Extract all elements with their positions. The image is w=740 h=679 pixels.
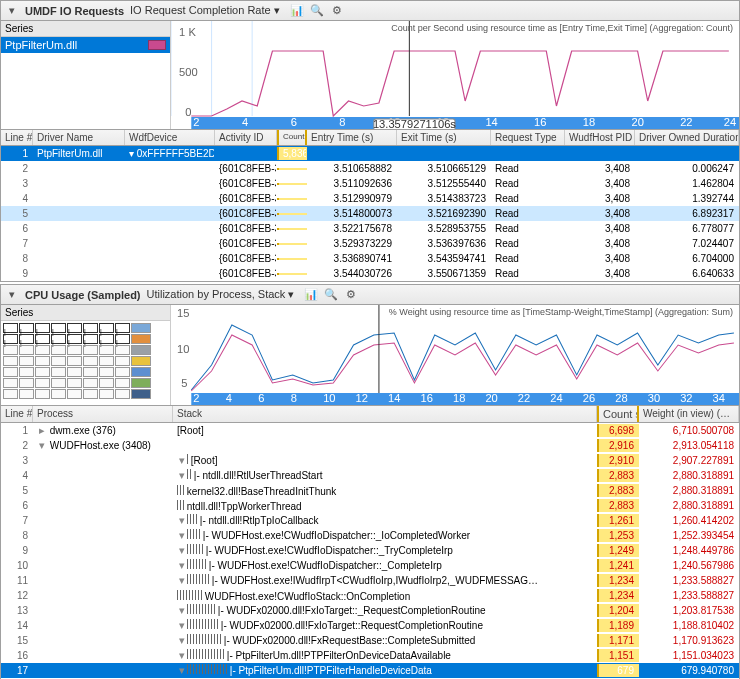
table-row[interactable]: 12 WUDFHost.exe!CWudfIoStack::OnCompleti… xyxy=(1,588,739,603)
table-row[interactable]: 11▾ |- WUDFHost.exe!IWudfIrpT<CWudfIoIrp… xyxy=(1,573,739,588)
series-toggle[interactable] xyxy=(51,389,66,399)
series-toggle[interactable]: | xyxy=(3,334,18,344)
series-toggle[interactable]: | xyxy=(51,334,66,344)
series-toggle[interactable] xyxy=(35,378,50,388)
expander-icon[interactable]: ▾ xyxy=(177,469,187,482)
table-row[interactable]: 4{601C8FEB-3A8E-0…3.5129909793.514383723… xyxy=(1,191,739,206)
series-toggle[interactable]: | xyxy=(115,334,130,344)
expander-icon[interactable]: ▾ xyxy=(177,634,187,647)
series-toggle[interactable] xyxy=(99,389,114,399)
th-driver[interactable]: Driver Name xyxy=(33,130,125,145)
series-toggle[interactable] xyxy=(19,389,34,399)
table-row[interactable]: 3{601C8FEB-3A8E-0…3.5110926363.512555440… xyxy=(1,176,739,191)
series-toggle[interactable] xyxy=(51,378,66,388)
table-row[interactable]: 9▾ |- WUDFHost.exe!CWudfIoDispatcher::_T… xyxy=(1,543,739,558)
series-toggle[interactable] xyxy=(99,345,114,355)
series-toggle[interactable] xyxy=(83,389,98,399)
expander-icon[interactable]: ▸ xyxy=(37,424,47,437)
table-row[interactable]: 5 kernel32.dll!BaseThreadInitThunk2,8832… xyxy=(1,483,739,498)
series-toggle[interactable] xyxy=(83,378,98,388)
table-row[interactable]: 1▸ dwm.exe (376)[Root]6,6986,710.500708 xyxy=(1,423,739,438)
series-toggle[interactable]: | xyxy=(99,334,114,344)
panel1-subtitle[interactable]: IO Request Completion Rate ▾ xyxy=(130,4,280,17)
series-toggle[interactable]: | xyxy=(19,334,34,344)
expander-icon[interactable]: ▾ xyxy=(177,574,187,587)
series-toggle[interactable] xyxy=(51,367,66,377)
series-toggle[interactable] xyxy=(67,389,82,399)
series-toggle[interactable] xyxy=(67,367,82,377)
th-line[interactable]: Line # xyxy=(1,130,33,145)
series-toggle[interactable] xyxy=(3,367,18,377)
table-row[interactable]: 2{601C8FEB-3A8E-0…3.5106588823.510665129… xyxy=(1,161,739,176)
table-row[interactable]: 1PtpFilterUm.dll▾ 0xFFFFFF5BE2DFB…5,836 xyxy=(1,146,739,161)
series-toggle[interactable]: | xyxy=(19,323,34,333)
series-toggle[interactable]: | xyxy=(67,334,82,344)
th-activity[interactable]: Activity ID xyxy=(215,130,277,145)
th-pid[interactable]: WudfHost PID xyxy=(565,130,635,145)
series-toggle[interactable] xyxy=(67,356,82,366)
series-toggle[interactable] xyxy=(67,345,82,355)
series-toggle[interactable] xyxy=(35,389,50,399)
expander-icon[interactable]: ▾ xyxy=(177,559,187,572)
th-weight[interactable]: Weight (in view) (… xyxy=(639,406,739,422)
table-row[interactable]: 2▾ WUDFHost.exe (3408)2,9162,913.054118 xyxy=(1,438,739,453)
table-row[interactable]: 6 ntdll.dll!TppWorkerThread2,8832,880.31… xyxy=(1,498,739,513)
series-toggle[interactable] xyxy=(99,367,114,377)
series-toggle[interactable] xyxy=(19,367,34,377)
series-toggle[interactable]: | xyxy=(35,323,50,333)
series-toggle[interactable] xyxy=(3,389,18,399)
table-row[interactable]: 4▾ |- ntdll.dll!RtlUserThreadStart2,8832… xyxy=(1,468,739,483)
series-toggle[interactable] xyxy=(99,356,114,366)
expander-icon[interactable]: ▾ xyxy=(177,664,187,677)
th-entry[interactable]: Entry Time (s) xyxy=(307,130,397,145)
series-toggle[interactable]: | xyxy=(3,323,18,333)
series-toggle[interactable] xyxy=(19,378,34,388)
series-toggle[interactable]: | xyxy=(35,334,50,344)
table-row[interactable]: 8{601C8FEB-3A8E-0…3.5368907413.543594741… xyxy=(1,251,739,266)
th-dur[interactable]: Driver Owned Duration (ms) xyxy=(635,130,739,145)
th-line[interactable]: Line # xyxy=(1,406,33,422)
series-toggle[interactable] xyxy=(83,356,98,366)
expander-icon[interactable]: ▾ xyxy=(177,529,187,542)
table-row[interactable]: 13▾ |- WUDFx02000.dll!FxIoTarget::_Reque… xyxy=(1,603,739,618)
series-toggle[interactable] xyxy=(115,345,130,355)
series-toggle[interactable] xyxy=(3,356,18,366)
collapse-icon[interactable]: ▾ xyxy=(5,288,19,302)
series-toggle[interactable] xyxy=(51,356,66,366)
series-toggle[interactable]: | xyxy=(51,323,66,333)
th-count[interactable]: Count xyxy=(277,130,307,145)
table-row[interactable]: 7▾ |- ntdll.dll!RtlpTpIoCallback1,2611,2… xyxy=(1,513,739,528)
series-toggle[interactable] xyxy=(19,345,34,355)
expander-icon[interactable]: ▾ xyxy=(177,604,187,617)
series-toggle[interactable] xyxy=(19,356,34,366)
panel2-subtitle[interactable]: Utilization by Process, Stack ▾ xyxy=(147,288,295,301)
series-toggle[interactable] xyxy=(35,345,50,355)
series-toggle[interactable] xyxy=(99,378,114,388)
table-row[interactable]: 5{601C8FEB-3A8E-0…3.5148000733.521692390… xyxy=(1,206,739,221)
table-row[interactable]: 6{601C8FEB-3A8E-0…3.5221756783.528953755… xyxy=(1,221,739,236)
series-toggle[interactable] xyxy=(115,389,130,399)
gear-icon[interactable]: ⚙ xyxy=(344,288,358,302)
th-count[interactable]: Count Sum xyxy=(597,406,639,422)
series-toggle[interactable]: | xyxy=(99,323,114,333)
expander-icon[interactable]: ▾ xyxy=(177,514,187,527)
expander-icon[interactable]: ▾ xyxy=(177,619,187,632)
th-req[interactable]: Request Type xyxy=(491,130,565,145)
series-toggle[interactable]: | xyxy=(83,323,98,333)
series-toggle[interactable]: | xyxy=(83,334,98,344)
series-toggle[interactable]: | xyxy=(67,323,82,333)
table-row[interactable]: 10▾ |- WUDFHost.exe!CWudfIoDispatcher::_… xyxy=(1,558,739,573)
table-row[interactable]: 16▾ |- PtpFilterUm.dll!PTPFilterOnDevice… xyxy=(1,648,739,663)
chart-type-icon[interactable]: 📊 xyxy=(304,288,318,302)
series-toggle[interactable] xyxy=(83,345,98,355)
gear-icon[interactable]: ⚙ xyxy=(330,4,344,18)
panel1-chart[interactable]: Count per Second using resource time as … xyxy=(171,21,739,129)
series-toggle[interactable] xyxy=(35,356,50,366)
table-row[interactable]: 3▾ [Root]2,9102,907.227891 xyxy=(1,453,739,468)
series-toggle[interactable] xyxy=(3,345,18,355)
series-toggle[interactable]: | xyxy=(115,323,130,333)
panel2-chart[interactable]: % Weight using resource time as [TimeSta… xyxy=(171,305,739,405)
table-row[interactable]: 9{601C8FEB-3A8E-0…3.5440307263.550671359… xyxy=(1,266,739,281)
expander-icon[interactable]: ▾ xyxy=(177,454,187,467)
th-stack[interactable]: Stack xyxy=(173,406,597,422)
